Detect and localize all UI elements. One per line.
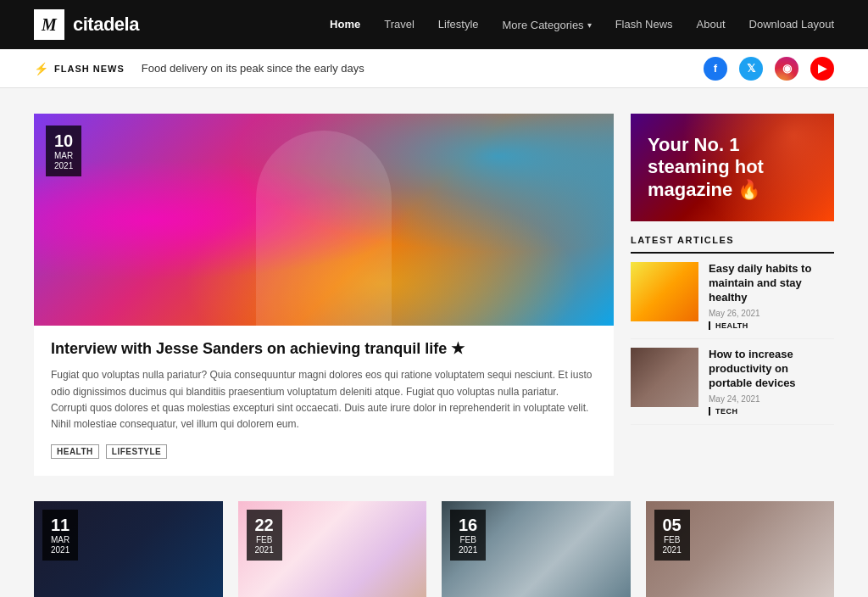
navbar: M citadela Home Travel Lifestyle More Ca… bbox=[0, 0, 868, 49]
logo[interactable]: M citadela bbox=[34, 9, 139, 40]
card-1: 11 MAR 2021 Working from home is a new n… bbox=[34, 501, 223, 597]
tag-health[interactable]: HEALTH bbox=[51, 444, 99, 459]
instagram-icon[interactable]: ◉ bbox=[775, 57, 798, 81]
card-image-2: 22 FEB 2021 bbox=[238, 501, 427, 597]
nav-download-layout[interactable]: Download Layout bbox=[749, 18, 834, 31]
article-mini-img-1 bbox=[631, 262, 698, 321]
tag-lifestyle[interactable]: LIFESTYLE bbox=[106, 444, 167, 459]
right-column: Your No. 1 steaming hot magazine 🔥 Lates… bbox=[631, 114, 834, 476]
card-image-3: 16 FEB 2021 bbox=[442, 501, 631, 597]
main-content: 10 MAR 2021 Interview with Jesse Sanders… bbox=[0, 88, 868, 597]
featured-tags: HEALTH LIFESTYLE bbox=[51, 444, 597, 459]
featured-article: 10 MAR 2021 Interview with Jesse Sanders… bbox=[34, 114, 614, 476]
facebook-icon[interactable]: f bbox=[704, 57, 727, 81]
nav-flash-news[interactable]: Flash News bbox=[615, 18, 673, 31]
logo-icon: M bbox=[34, 9, 64, 40]
promo-banner[interactable]: Your No. 1 steaming hot magazine 🔥 bbox=[631, 114, 834, 221]
card-date-badge-3: 16 FEB 2021 bbox=[450, 510, 486, 561]
card-4: 05 FEB 2021 Getting up without a breakfa… bbox=[646, 501, 835, 597]
article-mini-tag-2: TECH bbox=[709, 407, 834, 416]
article-mini-date-1: May 26, 2021 bbox=[709, 309, 834, 318]
nav-about[interactable]: About bbox=[697, 18, 726, 31]
card-2: 22 FEB 2021 Which coffee is right for yo… bbox=[238, 501, 427, 597]
card-image-1: 11 MAR 2021 bbox=[34, 501, 223, 597]
article-mini-tag-1: HEALTH bbox=[709, 321, 834, 330]
featured-body: Interview with Jesse Sanders on achievin… bbox=[34, 326, 614, 476]
featured-title: Interview with Jesse Sanders on achievin… bbox=[51, 339, 597, 359]
nav-home[interactable]: Home bbox=[330, 18, 360, 31]
person-silhouette bbox=[256, 131, 392, 326]
featured-excerpt: Fugiat quo voluptas nulla pariatur? Quia… bbox=[51, 367, 597, 432]
nav-lifestyle[interactable]: Lifestyle bbox=[438, 18, 479, 31]
featured-image: 10 MAR 2021 bbox=[34, 114, 614, 326]
logo-text: citadela bbox=[73, 14, 139, 36]
card-date-badge-1: 11 MAR 2021 bbox=[42, 510, 78, 561]
flash-bar: ⚡ Flash News Food delivery on its peak s… bbox=[0, 49, 868, 88]
latest-label: Latest Articles bbox=[631, 235, 834, 254]
card-date-badge-4: 05 FEB 2021 bbox=[654, 510, 690, 561]
habits-image-bg bbox=[631, 262, 698, 321]
article-mini-title-1: Easy daily habits to maintain and stay h… bbox=[709, 262, 834, 305]
article-mini-1: Easy daily habits to maintain and stay h… bbox=[631, 254, 834, 339]
bolt-icon: ⚡ bbox=[34, 62, 49, 75]
nav-travel[interactable]: Travel bbox=[384, 18, 415, 31]
latest-articles: Latest Articles Easy daily habits to mai… bbox=[631, 235, 834, 424]
date-badge: 10 MAR 2021 bbox=[46, 126, 81, 176]
article-mini-body-2: How to increase productivity on portable… bbox=[709, 348, 834, 416]
productivity-image-bg bbox=[631, 348, 698, 407]
twitter-icon[interactable]: 𝕏 bbox=[739, 57, 763, 81]
flash-label: ⚡ Flash News bbox=[34, 62, 125, 75]
flash-text: Food delivery on its peak since the earl… bbox=[142, 62, 364, 75]
nav-more-categories[interactable]: More Categories bbox=[503, 19, 592, 31]
card-date-badge-2: 22 FEB 2021 bbox=[247, 510, 282, 561]
article-mini-2: How to increase productivity on portable… bbox=[631, 339, 834, 425]
article-mini-body-1: Easy daily habits to maintain and stay h… bbox=[709, 262, 834, 330]
card-3: 16 FEB 2021 Venice canals at risk of get… bbox=[442, 501, 631, 597]
promo-text: Your No. 1 steaming hot magazine 🔥 bbox=[648, 134, 817, 201]
top-grid: 10 MAR 2021 Interview with Jesse Sanders… bbox=[34, 114, 834, 476]
card-image-4: 05 FEB 2021 bbox=[646, 501, 835, 597]
youtube-icon[interactable]: ▶ bbox=[810, 57, 834, 81]
nav-links: Home Travel Lifestyle More Categories Fl… bbox=[330, 18, 834, 31]
article-mini-img-2 bbox=[631, 348, 698, 407]
social-icons: f 𝕏 ◉ ▶ bbox=[704, 57, 834, 81]
article-mini-title-2: How to increase productivity on portable… bbox=[709, 348, 834, 391]
article-mini-date-2: May 24, 2021 bbox=[709, 394, 834, 404]
bottom-grid: 11 MAR 2021 Working from home is a new n… bbox=[34, 501, 834, 597]
